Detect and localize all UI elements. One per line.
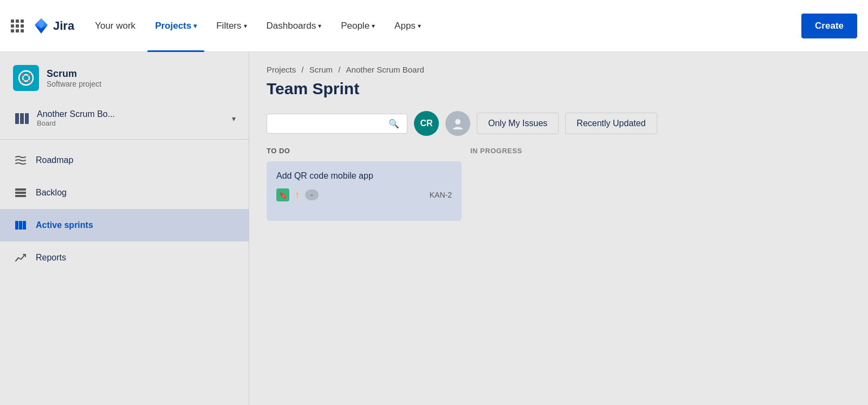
breadcrumb: Projects / Scrum / Another Scrum Board xyxy=(267,65,851,74)
card-title: Add QR code mobile app xyxy=(276,171,452,181)
in-progress-column: IN PROGRESS xyxy=(470,147,665,226)
project-icon xyxy=(13,65,39,91)
svg-rect-8 xyxy=(15,195,26,197)
svg-rect-10 xyxy=(19,221,22,230)
avatar-anonymous[interactable] xyxy=(445,111,470,136)
in-progress-column-header: IN PROGRESS xyxy=(470,147,665,155)
svg-point-12 xyxy=(455,119,461,125)
search-box[interactable]: 🔍 xyxy=(267,114,407,134)
breadcrumb-sep2: / xyxy=(338,65,342,74)
svg-rect-7 xyxy=(15,192,26,194)
nav-people[interactable]: People ▾ xyxy=(333,0,383,52)
svg-rect-5 xyxy=(25,113,29,124)
sidebar-item-roadmap[interactable]: Roadmap xyxy=(0,144,249,177)
roadmap-icon xyxy=(13,153,28,168)
project-info: Scrum Software project xyxy=(47,68,101,88)
card-meta: 🔖 ↑ - KAN-2 xyxy=(276,188,452,201)
nav-filters[interactable]: Filters ▾ xyxy=(209,0,254,52)
breadcrumb-projects[interactable]: Projects xyxy=(267,65,296,74)
svg-rect-6 xyxy=(15,188,26,191)
reports-label: Reports xyxy=(36,253,66,263)
nav-dashboards[interactable]: Dashboards ▾ xyxy=(259,0,329,52)
sprint-icon xyxy=(13,218,28,233)
reports-icon xyxy=(13,250,28,265)
create-button[interactable]: Create xyxy=(801,14,857,38)
project-type: Software project xyxy=(47,80,101,88)
toolbar: 🔍 CR Only My Issues Recently Updated xyxy=(267,111,851,136)
board-chevron-icon: ▾ xyxy=(232,114,236,123)
svg-rect-11 xyxy=(23,221,26,230)
top-navigation: Jira Your work Projects ▾ Filters ▾ Dash… xyxy=(0,0,868,52)
project-name: Scrum xyxy=(47,68,101,80)
dashboards-chevron: ▾ xyxy=(318,22,321,30)
board-selector-icon xyxy=(13,110,30,127)
nav-your-work[interactable]: Your work xyxy=(87,0,143,52)
board-name: Another Scrum Bo... xyxy=(37,109,115,119)
breadcrumb-scrum[interactable]: Scrum xyxy=(309,65,333,74)
board-info: Another Scrum Bo... Board xyxy=(37,109,115,127)
search-input[interactable] xyxy=(275,119,384,128)
filters-chevron: ▾ xyxy=(244,22,247,30)
sidebar-item-reports[interactable]: Reports xyxy=(0,241,249,274)
sidebar-item-active-sprints[interactable]: Active sprints xyxy=(0,209,249,241)
backlog-label: Backlog xyxy=(36,188,67,198)
projects-chevron: ▾ xyxy=(193,22,197,30)
nav-projects[interactable]: Projects ▾ xyxy=(147,0,204,52)
todo-column-header: TO DO xyxy=(267,147,462,155)
sidebar-divider xyxy=(0,139,249,140)
main-layout: Scrum Software project Another Scrum Bo.… xyxy=(0,52,868,405)
active-sprints-label: Active sprints xyxy=(36,220,93,230)
project-header: Scrum Software project xyxy=(0,52,249,102)
recently-updated-button[interactable]: Recently Updated xyxy=(565,113,657,134)
svg-rect-9 xyxy=(15,221,18,230)
card-priority-icon: ↑ xyxy=(295,190,300,201)
apps-chevron: ▾ xyxy=(418,22,421,30)
jira-logo-text: Jira xyxy=(53,19,74,33)
only-my-issues-button[interactable]: Only My Issues xyxy=(477,113,559,134)
sidebar-item-backlog[interactable]: Backlog xyxy=(0,177,249,209)
todo-column: TO DO Add QR code mobile app 🔖 ↑ - KAN-2 xyxy=(267,147,462,226)
roadmap-label: Roadmap xyxy=(36,155,73,165)
svg-rect-3 xyxy=(15,113,19,124)
search-icon: 🔍 xyxy=(388,119,399,129)
sprint-board: TO DO Add QR code mobile app 🔖 ↑ - KAN-2… xyxy=(267,147,851,226)
sidebar: Scrum Software project Another Scrum Bo.… xyxy=(0,52,249,405)
board-sub: Board xyxy=(37,119,115,127)
card-kan-2[interactable]: Add QR code mobile app 🔖 ↑ - KAN-2 xyxy=(267,161,462,221)
breadcrumb-sep1: / xyxy=(301,65,306,74)
jira-logo[interactable]: Jira xyxy=(33,17,74,35)
page-title: Team Sprint xyxy=(267,80,851,98)
svg-point-2 xyxy=(19,71,33,85)
board-selector[interactable]: Another Scrum Bo... Board ▾ xyxy=(0,102,249,135)
backlog-icon xyxy=(13,185,28,200)
grid-menu-icon[interactable] xyxy=(11,19,24,32)
avatar-cr[interactable]: CR xyxy=(414,111,439,136)
main-content: Projects / Scrum / Another Scrum Board T… xyxy=(249,52,868,405)
nav-apps[interactable]: Apps ▾ xyxy=(387,0,429,52)
card-type-tag: 🔖 xyxy=(276,188,289,201)
card-id: KAN-2 xyxy=(430,191,452,199)
breadcrumb-board[interactable]: Another Scrum Board xyxy=(346,65,424,74)
card-dash: - xyxy=(305,190,319,200)
svg-rect-4 xyxy=(20,113,24,124)
people-chevron: ▾ xyxy=(372,22,375,30)
